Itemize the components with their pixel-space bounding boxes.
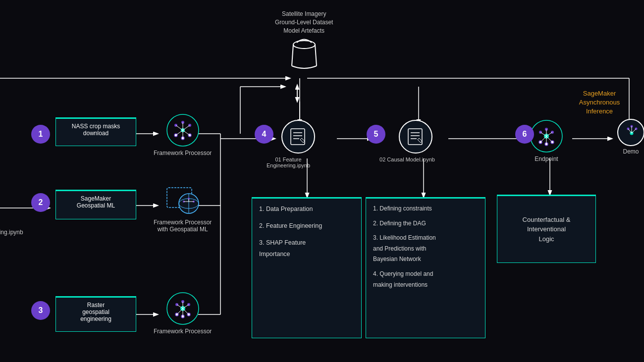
badge-4: 4 <box>255 125 273 144</box>
badge-1: 1 <box>31 125 50 144</box>
svg-line-28 <box>292 45 293 66</box>
badge-2: 2 <box>31 193 50 212</box>
raster-box: Raster geospatial engineering <box>55 296 136 332</box>
endpoint-label: Endpoint <box>535 155 558 162</box>
cm-content: 1. Defining constraints 2. Defining the … <box>373 204 478 290</box>
notebook-2-label: 02 Causal Model.ipynb <box>373 156 442 162</box>
svg-point-27 <box>293 41 315 49</box>
demo-icon <box>617 119 644 146</box>
left-input-label: essing.ipynb <box>0 229 23 236</box>
svg-line-89 <box>546 136 552 142</box>
raster-label: Raster geospatial engineering <box>80 302 111 322</box>
framework-processor-2: Framework Processorwith Geospatial ML <box>154 182 212 233</box>
bucket-storage: Satellite Imagery Ground-Level Dataset M… <box>275 10 333 71</box>
sagemaker-async-label: SageMaker Asynchronous Inference <box>567 89 632 116</box>
sagemaker-geo-label: SageMaker Geospatial ML <box>77 195 115 209</box>
endpoint-icon <box>529 119 564 154</box>
causal-model-box: 1. Defining constraints 2. Defining the … <box>366 197 485 338</box>
feature-engineering-box: 1. Data Preparation 2. Feature Engineeri… <box>252 197 362 338</box>
notebook-1-icon <box>281 120 315 154</box>
diagram-container: Satellite Imagery Ground-Level Dataset M… <box>0 0 644 362</box>
badge-5: 5 <box>367 125 385 144</box>
notebook-2-icon <box>399 120 432 154</box>
svg-line-38 <box>176 125 183 130</box>
counterfactual-box: Counterfactual &InterventionalLogic <box>497 195 596 263</box>
proc-icon-2 <box>165 182 200 217</box>
fe-content: 1. Data Preparation 2. Feature Engineeri… <box>259 204 354 260</box>
demo-area: Demo <box>617 119 644 155</box>
svg-line-29 <box>315 45 317 66</box>
svg-line-96 <box>632 129 636 133</box>
svg-line-87 <box>540 136 546 142</box>
svg-line-40 <box>183 125 190 130</box>
notebook-1-label: 01 Feature Engineering.ipynb <box>254 156 323 168</box>
proc-label-2: Framework Processorwith Geospatial ML <box>154 219 212 233</box>
svg-line-41 <box>176 130 183 135</box>
svg-line-43 <box>183 130 190 135</box>
nass-label: NASS crop masks download <box>72 123 120 137</box>
svg-line-67 <box>183 309 189 314</box>
proc-icon-1 <box>165 113 200 148</box>
framework-processor-1: Framework Processor <box>154 113 212 156</box>
badge-3: 3 <box>31 301 50 320</box>
sagemaker-geo-box: SageMaker Geospatial ML <box>55 190 136 219</box>
svg-line-94 <box>628 129 632 133</box>
proc-label-1: Framework Processor <box>154 150 212 156</box>
counterfactual-label: Counterfactual &InterventionalLogic <box>523 215 571 244</box>
proc-label-3: Framework Processor <box>154 328 212 335</box>
endpoint-area: Endpoint <box>529 119 564 162</box>
bucket-label: Satellite Imagery Ground-Level Dataset M… <box>275 10 333 35</box>
nass-box: NASS crop masks download <box>55 117 136 146</box>
svg-line-65 <box>177 309 183 314</box>
proc-icon-3 <box>165 291 200 326</box>
bucket-icon <box>289 39 319 71</box>
badge-6: 6 <box>515 125 534 144</box>
framework-processor-3: Framework Processor <box>154 291 212 335</box>
demo-label: Demo <box>623 148 639 155</box>
